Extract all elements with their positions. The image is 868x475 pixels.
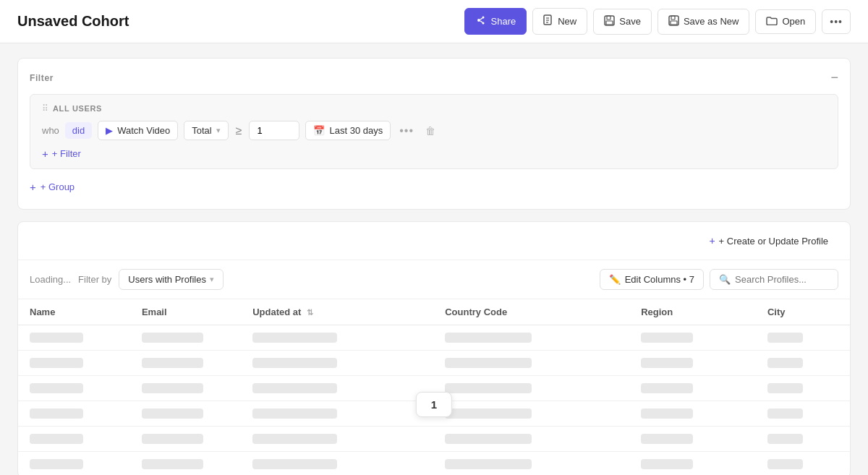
save-button[interactable]: Save — [593, 9, 652, 35]
search-box[interactable]: 🔍 — [710, 269, 838, 290]
loading-bar — [142, 408, 203, 419]
save-as-new-button[interactable]: Save as New — [658, 9, 750, 35]
all-users-label: ALL USERS — [53, 104, 102, 113]
table-card: + + Create or Update Profile Loading... … — [17, 221, 851, 475]
pagination-bubble: 1 — [416, 392, 452, 417]
table-row — [18, 325, 850, 351]
loading-bar — [30, 333, 83, 343]
save-as-new-icon — [668, 15, 679, 28]
add-group-label: + Group — [41, 181, 75, 192]
calendar-icon: 📅 — [313, 125, 325, 136]
delete-filter-button[interactable]: 🗑 — [422, 121, 438, 140]
date-range-button[interactable]: 📅 Last 30 days — [305, 121, 391, 140]
col-region: Region — [629, 299, 756, 325]
profile-filter-button[interactable]: Users with Profiles ▾ — [119, 269, 224, 290]
col-email: Email — [130, 299, 241, 325]
dots-icon: ••• — [830, 16, 843, 27]
search-icon: 🔍 — [719, 274, 731, 285]
page-number: 1 — [431, 398, 437, 411]
loading-bar — [142, 459, 203, 469]
video-icon: ▶ — [106, 125, 113, 136]
loading-bar — [252, 434, 337, 444]
loading-bar — [142, 333, 203, 343]
edit-columns-button[interactable]: ✏️ Edit Columns • 7 — [600, 269, 704, 290]
table-row — [18, 351, 850, 376]
new-label: New — [558, 16, 576, 27]
save-label: Save — [619, 16, 641, 27]
aggregation-button[interactable]: Total ▾ — [184, 121, 228, 140]
create-profile-button[interactable]: + + Create or Update Profile — [699, 229, 838, 252]
add-filter-label: + Filter — [52, 148, 81, 159]
search-input[interactable] — [735, 274, 829, 285]
plus-icon: + — [709, 235, 715, 247]
svg-line-4 — [480, 21, 482, 22]
svg-point-0 — [477, 19, 480, 22]
collapse-filter-button[interactable]: − — [830, 70, 838, 85]
share-icon — [475, 14, 487, 28]
table-toolbar-right: ✏️ Edit Columns • 7 🔍 — [600, 269, 838, 290]
share-button[interactable]: Share — [464, 8, 527, 35]
loading-bar — [252, 358, 337, 368]
loading-text: Loading... — [30, 274, 71, 285]
open-label: Open — [782, 16, 805, 27]
date-range-label: Last 30 days — [329, 125, 383, 136]
who-label: who — [42, 125, 59, 136]
add-group-button[interactable]: + + Group — [30, 176, 75, 197]
edit-columns-label: Edit Columns • 7 — [625, 274, 694, 285]
profile-filter-label: Users with Profiles — [128, 274, 206, 285]
loading-bar — [445, 358, 532, 368]
loading-bar — [641, 408, 692, 419]
loading-bar — [30, 408, 83, 419]
value-input[interactable] — [249, 121, 299, 140]
svg-line-3 — [480, 18, 482, 20]
edit-icon: ✏️ — [609, 274, 621, 285]
loading-bar — [30, 434, 83, 444]
drag-handle-icon: ⠿ — [42, 103, 48, 114]
did-button[interactable]: did — [65, 122, 92, 139]
save-icon — [604, 15, 615, 28]
aggregation-label: Total — [192, 125, 211, 136]
filter-dots-icon: ••• — [399, 124, 414, 137]
toolbar-buttons: Share New Save — [464, 8, 851, 35]
loading-bar — [445, 459, 532, 469]
loading-bar — [767, 383, 803, 393]
filter-row: who did ▶ Watch Video Total ▾ ≥ 📅 Last 3… — [42, 121, 826, 140]
add-filter-button[interactable]: + + Filter — [42, 147, 81, 160]
open-button[interactable]: Open — [755, 9, 816, 34]
table-toolbar: Loading... Filter by Users with Profiles… — [18, 260, 850, 299]
filter-header: Filter − — [30, 70, 838, 85]
loading-bar — [641, 383, 692, 393]
watch-video-button[interactable]: ▶ Watch Video — [98, 121, 178, 140]
loading-bar — [641, 434, 692, 444]
loading-bar — [445, 383, 532, 393]
loading-bar — [30, 459, 83, 469]
chevron-down-icon: ▾ — [216, 126, 221, 135]
loading-bar — [30, 383, 83, 393]
svg-rect-11 — [606, 21, 613, 25]
loading-bar — [445, 434, 532, 444]
add-group-icon: + — [30, 181, 36, 193]
col-country-code: Country Code — [433, 299, 629, 325]
filter-row-dots-button[interactable]: ••• — [396, 121, 417, 140]
loading-bar — [142, 383, 203, 393]
page-title: Unsaved Cohort — [17, 13, 129, 30]
trash-icon: 🗑 — [425, 125, 435, 137]
operator-label: ≥ — [234, 124, 244, 137]
loading-bar — [142, 358, 203, 368]
new-button[interactable]: New — [532, 8, 587, 35]
table-row — [18, 427, 850, 452]
loading-bar — [252, 333, 337, 343]
loading-bar — [767, 408, 803, 419]
loading-bar — [641, 358, 692, 368]
loading-bar — [252, 459, 337, 469]
event-label: Watch Video — [117, 125, 170, 136]
loading-bar — [142, 434, 203, 444]
add-filter-icon: + — [42, 147, 48, 160]
create-profile-label: + Create or Update Profile — [719, 236, 828, 247]
loading-bar — [767, 459, 803, 469]
more-options-button[interactable]: ••• — [822, 9, 851, 34]
col-city: City — [756, 299, 850, 325]
loading-bar — [641, 459, 692, 469]
col-updated-at[interactable]: Updated at ⇅ — [241, 299, 433, 325]
filter-by-label: Filter by — [78, 274, 111, 285]
